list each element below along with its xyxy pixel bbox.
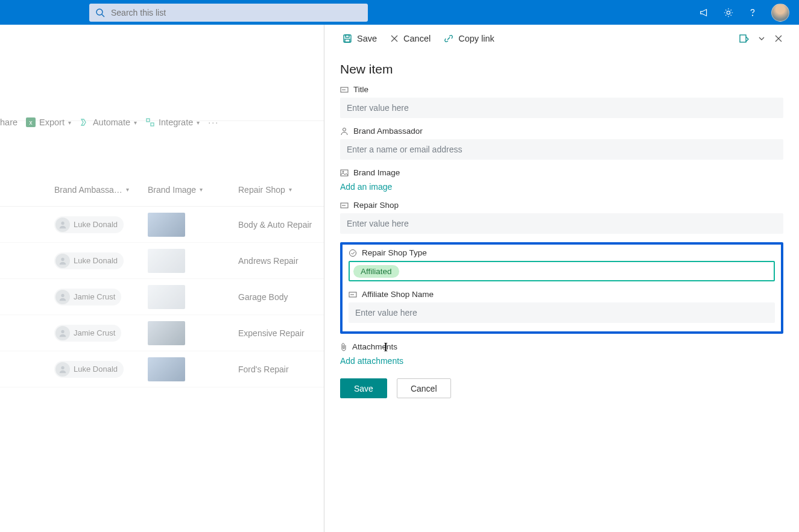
- svg-point-25: [343, 171, 344, 172]
- svg-rect-14: [346, 35, 349, 37]
- save-icon: [343, 34, 352, 43]
- person-chip[interactable]: Jamie Crust: [54, 289, 121, 305]
- panel-cancel-button[interactable]: Cancel: [390, 34, 431, 43]
- integrate-icon: [145, 117, 155, 127]
- ambassador-input[interactable]: [340, 139, 783, 160]
- column-header-image[interactable]: Brand Image▾: [148, 185, 238, 195]
- export-button[interactable]: x Export ▾: [26, 117, 71, 127]
- gear-icon[interactable]: [723, 7, 734, 18]
- attachment-icon: [340, 343, 347, 351]
- brand-image-thumb: [148, 213, 185, 237]
- person-name: Jamie Crust: [74, 292, 115, 301]
- new-item-panel: Save Cancel Copy link New item Title Bra…: [324, 25, 799, 532]
- svg-point-10: [61, 293, 64, 296]
- automate-label: Automate: [93, 117, 130, 127]
- header-actions: [699, 4, 789, 22]
- choice-pill-affiliated[interactable]: Affiliated: [353, 265, 399, 278]
- chevron-down-icon[interactable]: [758, 35, 765, 42]
- person-avatar-icon: [55, 217, 70, 232]
- field-label-type: Repair Shop Type: [349, 248, 775, 257]
- search-box[interactable]: [89, 4, 368, 22]
- chevron-down-icon: ▾: [134, 119, 137, 126]
- svg-rect-24: [341, 170, 348, 176]
- person-name: Jamie Crust: [74, 328, 115, 337]
- person-avatar-icon: [55, 290, 70, 304]
- chevron-down-icon: ▾: [197, 119, 200, 126]
- brand-image-thumb: [148, 321, 185, 345]
- suite-header: [0, 0, 799, 25]
- integrate-label: Integrate: [159, 117, 193, 127]
- panel-copy-link-button[interactable]: Copy link: [444, 34, 494, 43]
- field-label-ambassador: Brand Ambassador: [340, 127, 783, 136]
- field-label-title: Title: [340, 85, 783, 94]
- integrate-button[interactable]: Integrate ▾: [145, 117, 200, 127]
- link-icon: [444, 34, 453, 43]
- text-field-icon: [340, 86, 349, 93]
- flow-icon: [80, 117, 89, 127]
- brand-image-thumb: [148, 357, 185, 381]
- text-field-icon: [340, 202, 349, 209]
- chevron-down-icon: ▾: [126, 186, 129, 193]
- affiliate-shop-name-input[interactable]: [349, 302, 775, 323]
- cancel-button[interactable]: Cancel: [397, 378, 451, 398]
- svg-rect-7: [151, 123, 154, 126]
- svg-point-11: [61, 330, 64, 333]
- text-field-icon: [349, 291, 357, 298]
- person-chip[interactable]: Luke Donald: [54, 252, 124, 269]
- repair-shop-input[interactable]: [340, 213, 783, 234]
- more-button[interactable]: ···: [208, 117, 219, 127]
- chevron-down-icon: ▾: [289, 186, 292, 193]
- add-image-link[interactable]: Add an image: [340, 182, 392, 192]
- person-chip[interactable]: Jamie Crust: [54, 325, 121, 342]
- svg-point-3: [752, 14, 753, 15]
- field-label-attachments: Attachments: [340, 342, 783, 351]
- panel-copy-label: Copy link: [458, 34, 494, 43]
- svg-point-23: [343, 128, 346, 131]
- svg-rect-6: [147, 119, 150, 122]
- automate-button[interactable]: Automate ▾: [80, 117, 137, 127]
- svg-point-0: [96, 9, 103, 15]
- edit-form-icon[interactable]: [739, 33, 750, 44]
- person-avatar-icon: [55, 362, 70, 377]
- user-avatar[interactable]: [771, 4, 789, 22]
- panel-save-button[interactable]: Save: [343, 34, 377, 43]
- svg-line-1: [102, 14, 104, 17]
- repair-shop-type-input[interactable]: Affiliated: [349, 261, 775, 281]
- person-avatar-icon: [55, 326, 70, 340]
- share-button[interactable]: hare: [0, 117, 17, 127]
- panel-title: New item: [340, 62, 783, 77]
- megaphone-icon[interactable]: [699, 7, 710, 18]
- panel-save-label: Save: [357, 34, 377, 43]
- svg-rect-18: [740, 35, 746, 42]
- close-panel-icon[interactable]: [774, 34, 783, 43]
- column-header-ambassador[interactable]: Brand Ambassa…▾: [54, 185, 148, 195]
- panel-command-bar: Save Cancel Copy link: [324, 25, 799, 52]
- field-label-image: Brand Image: [340, 168, 783, 177]
- person-icon: [340, 127, 349, 136]
- save-button[interactable]: Save: [340, 378, 387, 398]
- image-icon: [340, 169, 349, 177]
- brand-image-thumb: [148, 285, 185, 309]
- brand-image-thumb: [148, 249, 185, 273]
- chevron-down-icon: ▾: [200, 186, 203, 193]
- person-chip[interactable]: Luke Donald: [54, 361, 124, 378]
- choice-icon: [349, 249, 357, 257]
- help-icon[interactable]: [747, 7, 758, 18]
- excel-icon: x: [26, 117, 36, 127]
- panel-cancel-label: Cancel: [403, 34, 431, 43]
- search-input[interactable]: [111, 8, 362, 17]
- add-attachments-link[interactable]: Add attachments: [340, 356, 403, 366]
- field-label-aff-name: Affiliate Shop Name: [349, 290, 775, 299]
- highlighted-section: Repair Shop Type Affiliated Affiliate Sh…: [340, 242, 783, 334]
- svg-rect-15: [345, 39, 350, 42]
- svg-point-12: [61, 366, 64, 369]
- title-input[interactable]: [340, 98, 783, 118]
- person-chip[interactable]: Luke Donald: [54, 216, 124, 233]
- svg-point-9: [61, 257, 64, 260]
- person-name: Luke Donald: [74, 220, 118, 229]
- svg-point-2: [727, 11, 730, 14]
- person-name: Luke Donald: [74, 365, 118, 374]
- chevron-down-icon: ▾: [68, 119, 71, 126]
- person-avatar-icon: [55, 254, 70, 268]
- export-label: Export: [39, 117, 65, 127]
